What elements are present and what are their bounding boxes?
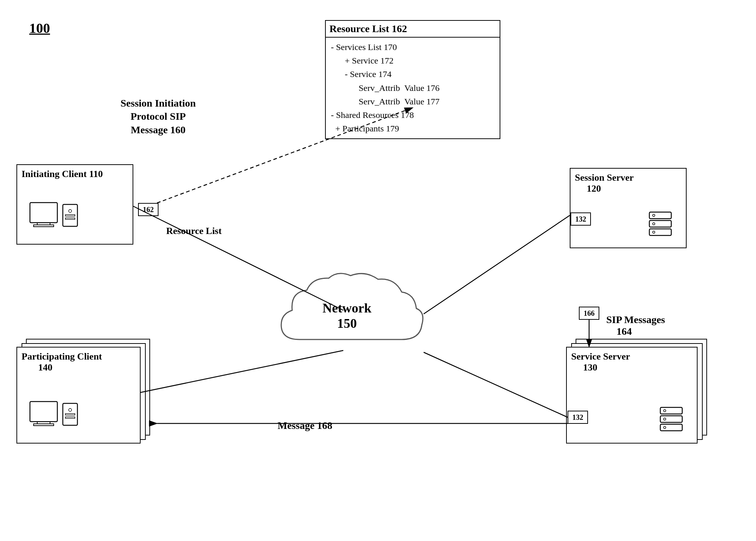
service-server-icon — [657, 406, 690, 438]
svg-rect-9 — [34, 424, 54, 426]
svg-line-33 — [424, 352, 568, 417]
session-server-box: Session Server 120 — [570, 168, 687, 248]
rl-item-1: + Service 172 — [331, 54, 495, 68]
svg-point-11 — [69, 408, 72, 411]
network-cloud: Network 150 — [270, 270, 424, 365]
participating-client-title: Participating Client 140 — [17, 348, 140, 375]
initiating-client-icons — [28, 201, 101, 237]
initiating-client-title: Initiating Client 110 — [17, 165, 133, 181]
svg-point-19 — [653, 231, 655, 233]
svg-rect-3 — [63, 204, 77, 226]
rl-item-6: + Participants 179 — [331, 122, 495, 135]
session-server-title: Session Server 120 — [570, 169, 686, 196]
svg-point-18 — [653, 223, 655, 225]
rl-item-5: - Shared Resources 178 — [331, 108, 495, 122]
resource-list-body: - Services List 170 + Service 172 - Serv… — [326, 38, 500, 138]
svg-rect-6 — [65, 218, 75, 219]
rl-item-4: Serv_Attrib Value 177 — [331, 95, 495, 108]
svg-rect-5 — [65, 215, 75, 216]
box-132-bottom: 132 — [568, 411, 588, 424]
svg-point-4 — [69, 210, 72, 212]
sip-message-label: Session InitiationProtocol SIPMessage 16… — [121, 97, 196, 137]
resource-list-arrow-label: Resource List — [166, 226, 222, 237]
svg-rect-12 — [65, 414, 75, 415]
svg-point-24 — [664, 418, 666, 420]
message-168-label: Message 168 — [278, 420, 332, 431]
resource-list-box: Resource List 162 - Services List 170 + … — [325, 20, 500, 139]
svg-line-31 — [424, 215, 570, 314]
svg-point-17 — [653, 214, 655, 216]
session-server-icon — [646, 210, 679, 243]
service-server-box: Service Server 130 — [566, 347, 698, 444]
box-132-top: 132 — [570, 212, 591, 226]
svg-rect-0 — [30, 203, 57, 223]
participating-client-icons — [28, 400, 101, 436]
participating-client-box: Participating Client 140 — [16, 347, 141, 444]
sip-messages-label: SIP Messages 164 — [606, 314, 665, 337]
box-166: 166 — [579, 307, 599, 320]
rl-item-0: - Services List 170 — [331, 41, 495, 54]
service-server-title: Service Server 130 — [567, 348, 697, 375]
diagram: 100 Resource List 162 - Services List 17… — [0, 0, 756, 541]
initiating-client-box: Initiating Client 110 — [16, 164, 133, 245]
network-label: Network 150 — [322, 300, 371, 331]
svg-rect-13 — [65, 417, 75, 418]
box-162: 162 — [138, 203, 159, 216]
svg-rect-7 — [30, 402, 57, 422]
resource-list-header: Resource List 162 — [326, 21, 500, 38]
svg-point-23 — [664, 410, 666, 412]
svg-point-25 — [664, 426, 666, 429]
rl-item-2: - Service 174 — [331, 68, 495, 81]
rl-item-3: Serv_Attrib Value 176 — [331, 81, 495, 95]
svg-rect-2 — [34, 225, 54, 227]
svg-rect-10 — [63, 403, 77, 425]
diagram-label: 100 — [29, 20, 50, 36]
